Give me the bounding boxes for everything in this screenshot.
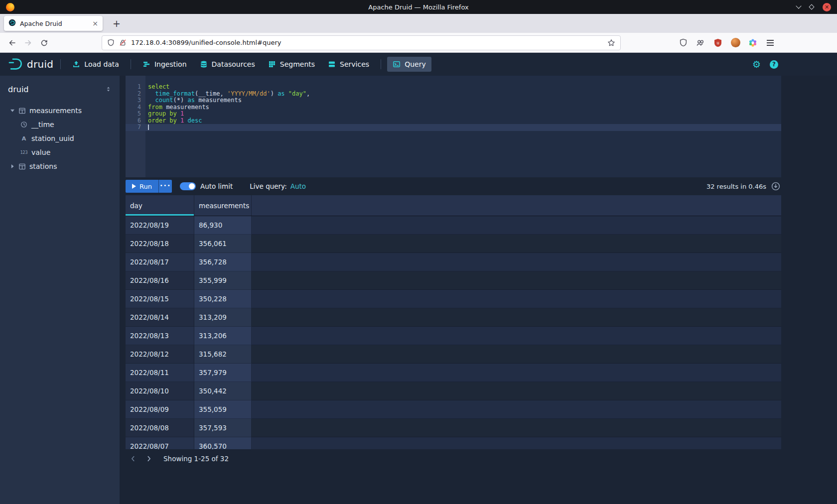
cell-measurements[interactable]: 357,979 [194, 364, 252, 382]
cell-day[interactable]: 2022/08/12 [126, 345, 194, 364]
table-row[interactable]: 2022/08/13313,206 [126, 327, 781, 345]
reload-button[interactable] [36, 35, 52, 50]
close-icon: ✕ [823, 3, 831, 11]
editor-code[interactable]: select time_format(__time, 'YYYY/MM/dd')… [145, 76, 781, 177]
new-tab-button[interactable]: + [110, 19, 124, 28]
live-query-value[interactable]: Auto [290, 182, 306, 190]
nav-item-services[interactable]: Services [322, 57, 375, 72]
column-header-day-label: day [130, 202, 142, 210]
browser-tab[interactable]: Apache Druid × [4, 16, 103, 31]
forward-button[interactable] [20, 35, 36, 50]
results-header: day measurements [126, 195, 781, 216]
next-page-button[interactable] [141, 451, 156, 466]
auto-limit-toggle[interactable]: Auto limit [180, 182, 233, 190]
table-row[interactable]: 2022/08/17356,728 [126, 253, 781, 271]
tree-label: station_uuid [31, 134, 74, 142]
cell-measurements[interactable]: 356,061 [194, 235, 252, 253]
back-button[interactable] [4, 35, 20, 50]
cell-day[interactable]: 2022/08/17 [126, 253, 194, 271]
window-minimize-button[interactable] [797, 6, 801, 8]
nav-item-query[interactable]: Query [387, 57, 431, 72]
chevron-right-icon [145, 455, 152, 462]
cell-day[interactable]: 2022/08/15 [126, 290, 194, 308]
nav-item-ingestion[interactable]: Ingestion [137, 57, 192, 72]
cell-measurements[interactable]: 355,999 [194, 271, 252, 290]
window-close-button[interactable]: ✕ [823, 3, 831, 11]
cell-day[interactable]: 2022/08/11 [126, 364, 194, 382]
table-row[interactable]: 2022/08/12315,682 [126, 345, 781, 364]
table-row[interactable]: 2022/08/08357,593 [126, 419, 781, 437]
prev-page-button[interactable] [126, 451, 140, 466]
sql-editor[interactable]: 1234567 select time_format(__time, 'YYYY… [126, 76, 781, 177]
toggle-switch[interactable] [180, 182, 196, 190]
chevron-down-icon[interactable] [8, 107, 17, 114]
cell-day[interactable]: 2022/08/08 [126, 419, 194, 437]
table-row[interactable]: 2022/08/09355,059 [126, 400, 781, 419]
cell-measurements[interactable]: 313,209 [194, 308, 252, 327]
cell-measurements[interactable]: 355,059 [194, 400, 252, 419]
cell-day[interactable]: 2022/08/13 [126, 327, 194, 345]
tree-label: value [31, 148, 50, 156]
cell-day[interactable]: 2022/08/10 [126, 382, 194, 400]
cell-measurements[interactable]: 360,570 [194, 437, 252, 449]
run-button[interactable]: Run [126, 180, 158, 193]
tree-column--time[interactable]: __time [0, 118, 120, 131]
extension-shield-icon[interactable] [676, 36, 690, 50]
table-row[interactable]: 2022/08/16355,999 [126, 271, 781, 290]
table-row[interactable]: 2022/08/10350,442 [126, 382, 781, 400]
druid-logo[interactable]: druid [8, 57, 53, 71]
tracking-shield-icon[interactable] [107, 39, 115, 46]
chevron-right-icon[interactable] [8, 163, 17, 170]
gear-icon[interactable]: ⚙ [752, 60, 761, 69]
run-more-button[interactable]: ••• [158, 180, 172, 193]
table-row[interactable]: 2022/08/11357,979 [126, 364, 781, 382]
window-maximize-button[interactable] [810, 5, 814, 9]
tab-close-icon[interactable]: × [92, 20, 98, 27]
nav-item-datasources[interactable]: Datasources [194, 57, 261, 72]
druid-header: druid Load dataIngestionDatasourcesSegme… [0, 53, 837, 76]
tree-table-stations[interactable]: stations [0, 159, 120, 173]
cell-measurements[interactable]: 350,228 [194, 290, 252, 308]
tree-column-station-uuid[interactable]: Astation_uuid [0, 131, 120, 145]
table-row[interactable]: 2022/08/18356,061 [126, 235, 781, 253]
url-text[interactable]: 172.18.0.4:30899/unified-console.html#qu… [131, 39, 603, 46]
cell-day[interactable]: 2022/08/16 [126, 271, 194, 290]
cell-measurements[interactable]: 315,682 [194, 345, 252, 364]
tree-column-value[interactable]: 123value [0, 145, 120, 159]
extension-avatar-icon[interactable] [728, 36, 742, 50]
cell-day[interactable]: 2022/08/09 [126, 400, 194, 419]
cell-measurements[interactable]: 356,728 [194, 253, 252, 271]
table-row[interactable]: 2022/08/07360,570 [126, 437, 781, 449]
menu-button[interactable] [763, 36, 777, 50]
cell-day[interactable]: 2022/08/18 [126, 235, 194, 253]
tree-table-measurements[interactable]: measurements [0, 104, 120, 118]
download-icon[interactable] [771, 182, 780, 191]
table-row[interactable]: 2022/08/15350,228 [126, 290, 781, 308]
table-row[interactable]: 2022/08/14313,209 [126, 308, 781, 327]
nav-item-load-data[interactable]: Load data [67, 57, 125, 72]
column-header-measurements[interactable]: measurements [194, 195, 252, 216]
insecure-lock-icon[interactable] [119, 39, 127, 46]
cell-filler [252, 364, 781, 382]
cell-measurements[interactable]: 357,593 [194, 419, 252, 437]
services-icon [328, 60, 336, 68]
column-header-day[interactable]: day [126, 195, 194, 216]
druid-wordmark: druid [27, 58, 53, 70]
help-icon[interactable]: ? [770, 60, 778, 69]
extension-pinwheel-icon[interactable] [746, 36, 760, 50]
table-row[interactable]: 2022/08/1986,930 [126, 216, 781, 235]
cell-measurements[interactable]: 86,930 [194, 216, 252, 235]
cell-measurements[interactable]: 313,206 [194, 327, 252, 345]
text-cursor [148, 125, 149, 130]
nav-item-segments[interactable]: Segments [263, 57, 320, 72]
table-icon [17, 107, 27, 115]
cell-day[interactable]: 2022/08/19 [126, 216, 194, 235]
bookmark-star-icon[interactable] [607, 39, 615, 47]
extension-accounts-icon[interactable] [694, 36, 707, 50]
double-caret-icon[interactable] [105, 86, 112, 93]
cell-day[interactable]: 2022/08/07 [126, 437, 194, 449]
ublock-icon[interactable]: u [711, 36, 725, 50]
cell-measurements[interactable]: 350,442 [194, 382, 252, 400]
cell-day[interactable]: 2022/08/14 [126, 308, 194, 327]
url-bar[interactable]: 172.18.0.4:30899/unified-console.html#qu… [102, 35, 621, 50]
